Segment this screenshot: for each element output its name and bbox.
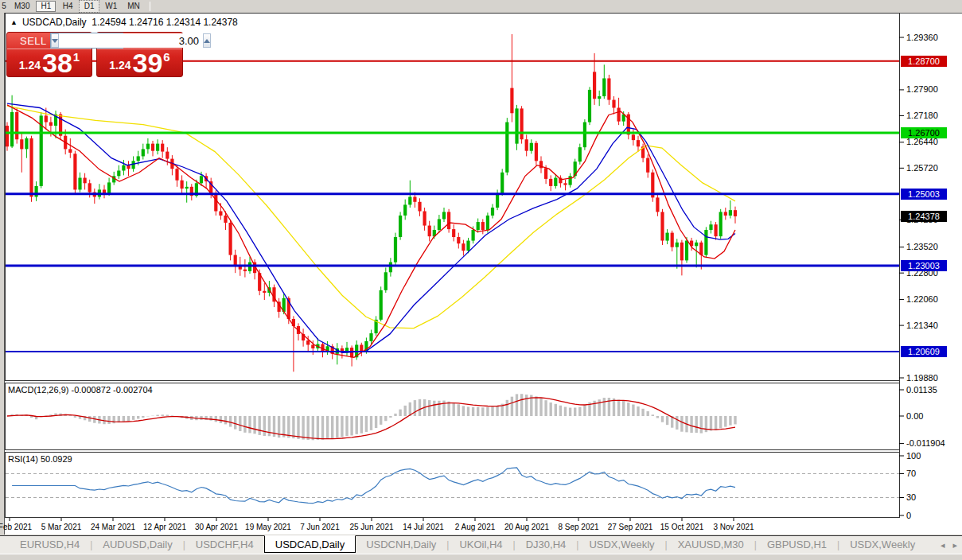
rsi-tick-label: 30 [906,493,916,502]
level-badge-1.28700: 1.28700 [901,56,947,67]
date-label: 20 Aug 2021 [504,523,549,531]
tab-scroll-right-icon[interactable]: ▸ [952,540,957,550]
buy-price: 1.24 39 6 [97,48,182,75]
date-label: 15 Oct 2021 [660,523,703,531]
trading-terminal: 5M30H1H4D1W1MN ▲USDCAD,Daily 1.24594 1.2… [0,0,962,560]
one-click-trade-panel: SELL 1.24 38 1 BUY 1.24 39 6 [6,32,183,77]
candles [6,34,737,371]
volume-increase-button[interactable] [203,33,211,48]
rsi-tick-label: 70 [906,469,916,478]
triangle-up-icon: ▲ [10,18,18,26]
date-label: 24 Mar 2021 [91,523,135,531]
price-tick-label: 1.26440 [906,138,938,146]
tab-scroll-left-icon[interactable]: ◂ [941,540,945,550]
chart-symbol-label: USDCAD,Daily [22,17,87,28]
price-tick-label: 1.21340 [906,321,938,330]
date-label: 2 Aug 2021 [455,523,496,531]
macd-label: MACD(12,26,9) -0.000872 -0.002704 [8,385,153,395]
tab-scroll-controls: ◂ ▸ [941,540,957,550]
price-tick-label: 1.25720 [906,164,938,173]
tab-usdcad-daily[interactable]: USDCAD,Daily [264,535,356,553]
chart-tab-bar: EURUSD,H4|AUDUSD,Daily|USDCHF,H4USDCAD,D… [0,535,962,554]
date-label: 27 Sep 2021 [608,523,653,531]
chart-title: ▲USDCAD,Daily 1.24594 1.24716 1.24314 1.… [10,17,238,28]
buy-price-small: 1.24 [109,59,130,72]
price-tick-label: 1.19880 [906,374,938,383]
date-label: 14 Jul 2021 [403,523,444,531]
level-badge-1.26700: 1.26700 [901,127,947,138]
buy-price-sup: 6 [163,50,169,64]
rsi-tick-label: 0 [906,511,911,520]
sell-price: 1.24 38 1 [7,48,92,75]
level-badge-1.23003: 1.23003 [901,260,947,271]
tab-eurusd-h4[interactable]: EURUSD,H4 [10,535,90,553]
chart-ohlc-readout: 1.24594 1.24716 1.24314 1.24378 [92,17,238,28]
date-label: 8 Sep 2021 [558,523,598,531]
sell-price-big: 38 [42,51,72,75]
tab-xauusd-m30[interactable]: XAUUSD,M30 [668,535,754,553]
current-price-badge: 1.24378 [901,211,947,222]
date-label: 3 Nov 2021 [713,523,754,531]
tab-audusd-daily[interactable]: AUDUSD,Daily [92,535,182,553]
ma-line-medium [7,103,735,352]
rsi-tick-label: 100 [906,452,921,461]
macd-tick-label: 0.00 [906,412,923,421]
tab-ukoil-h4[interactable]: UKOil,H4 [449,535,512,553]
buy-price-big: 39 [133,51,163,75]
date-label: 12 Apr 2021 [143,523,186,531]
level-badge-1.20609: 1.20609 [901,346,947,357]
price-tick-label: 1.27900 [906,85,938,94]
price-chart[interactable] [0,0,962,560]
date-label: 19 May 2021 [245,523,291,531]
price-tick-label: 1.27180 [906,111,938,120]
sell-price-sup: 1 [73,50,80,64]
rsi-label: RSI(14) 50.0929 [8,454,72,464]
sell-label: SELL [20,35,47,47]
price-tick-label: 1.23520 [906,243,938,251]
chevron-down-icon [52,39,58,43]
ma-line-slow [7,106,735,329]
tab-usdx-weekly[interactable]: USDX,Weekly [578,535,664,553]
level-badge-1.25003: 1.25003 [901,189,947,200]
volume-input[interactable] [59,33,203,48]
tab-usdchf-h4[interactable]: USDCHF,H4 [185,535,264,553]
chevron-up-icon [204,39,210,43]
date-label: 30 Apr 2021 [195,523,238,531]
volume-stepper [50,33,123,49]
volume-decrease-button[interactable] [51,33,59,48]
tab-usdcnh-daily[interactable]: USDCNH,Daily [356,535,446,553]
date-label: 15 Feb 2021 [0,523,32,531]
price-tick-label: 1.29360 [906,33,938,42]
pane-frame [6,453,900,518]
price-tick-label: 1.22060 [906,295,938,304]
date-label: 25 Jun 2021 [349,523,393,531]
tab-usdx-weekly[interactable]: USDX,Weekly [839,535,925,553]
date-label: 7 Jun 2021 [300,523,340,531]
macd-tick-label: 0.01135 [906,386,937,395]
sell-price-small: 1.24 [19,59,41,72]
tab-gbpusd-h1[interactable]: GBPUSD,H1 [757,535,837,553]
macd-tick-label: -0.011904 [906,439,945,448]
date-label: 5 Mar 2021 [41,523,82,531]
tab-dj30-h4[interactable]: DJ30,H4 [516,535,577,553]
